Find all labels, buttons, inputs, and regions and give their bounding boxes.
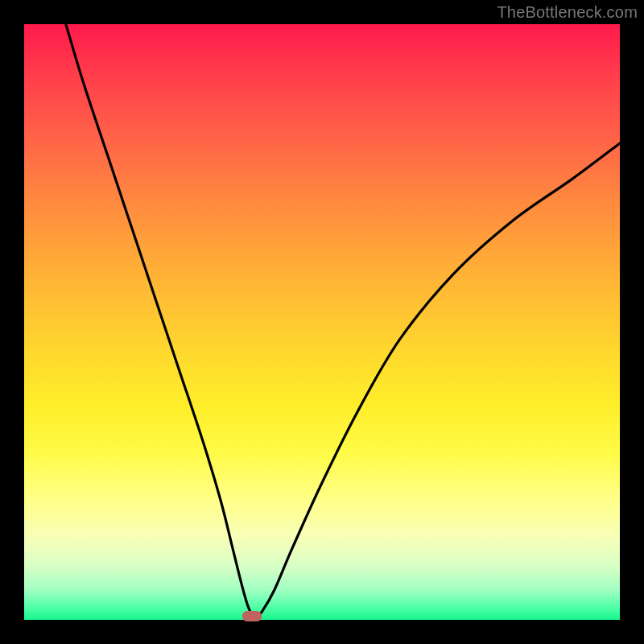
curve-svg bbox=[24, 24, 620, 620]
optimum-marker bbox=[242, 611, 262, 621]
chart-container: TheBottleneck.com bbox=[0, 0, 644, 644]
watermark-text: TheBottleneck.com bbox=[497, 3, 638, 22]
plot-area bbox=[24, 24, 620, 620]
bottleneck-curve bbox=[66, 24, 620, 617]
